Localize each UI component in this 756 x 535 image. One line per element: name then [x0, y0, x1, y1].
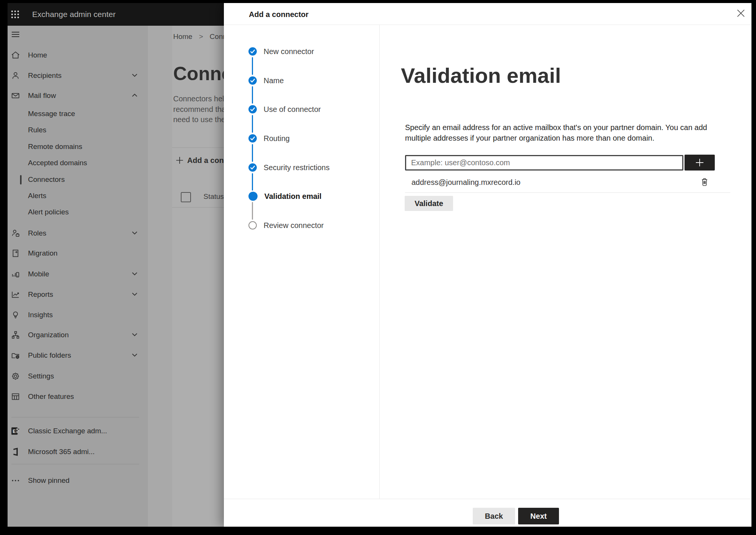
step-security-restrictions[interactable]: Security restrictions — [248, 160, 330, 175]
sidebar-item-mobile[interactable]: Mobile — [8, 267, 148, 282]
sidebar-item-rules[interactable]: Rules — [8, 123, 148, 138]
sidebar-item-label: Accepted domains — [28, 155, 87, 171]
sidebar-item-roles[interactable]: Roles — [8, 226, 148, 241]
sidebar-item-label: Rules — [28, 123, 47, 138]
sidebar-item-microsoft-365-admin[interactable]: Microsoft 365 admi... — [8, 444, 148, 459]
step-validation-email[interactable]: Validation email — [248, 189, 321, 204]
step-label: Review connector — [264, 221, 324, 230]
step-connector-line — [252, 202, 253, 220]
sidebar-item-settings[interactable]: Settings — [8, 369, 148, 384]
validate-button[interactable]: Validate — [405, 196, 453, 211]
added-email-address: address@journaling.mxrecord.io — [411, 178, 520, 187]
step-current-icon — [248, 192, 258, 201]
step-name[interactable]: Name — [248, 73, 284, 88]
add-connector-dialog: Add a connector New connector Name Use o — [224, 3, 751, 527]
sidebar-item-show-pinned[interactable]: Show pinned — [8, 473, 148, 488]
email-input[interactable] — [405, 155, 683, 171]
chevron-down-icon — [132, 292, 138, 296]
ellipsis-icon — [11, 476, 20, 485]
email-row-divider — [405, 192, 730, 193]
sidebar-item-reports[interactable]: Reports — [8, 287, 148, 302]
plus-icon — [695, 158, 705, 167]
sidebar-item-label: Connectors — [28, 172, 65, 187]
next-button[interactable]: Next — [518, 508, 559, 524]
hamburger-icon[interactable] — [11, 29, 20, 39]
app-launcher-icon[interactable] — [11, 10, 20, 19]
sidebar-item-accepted-domains[interactable]: Accepted domains — [8, 155, 148, 171]
sidebar-item-label: Other features — [28, 389, 74, 404]
step-new-connector[interactable]: New connector — [248, 44, 314, 59]
sidebar-item-label: Insights — [28, 307, 53, 323]
sidebar-item-public-folders[interactable]: Public folders — [8, 348, 148, 363]
reports-icon — [11, 290, 20, 299]
step-upcoming-icon — [248, 221, 257, 230]
dialog-header-divider — [224, 25, 751, 25]
sidebar-item-label: Remote domains — [28, 139, 82, 154]
sidebar-item-label: Microsoft 365 admi... — [28, 444, 95, 459]
step-use-of-connector[interactable]: Use of connector — [248, 102, 321, 117]
table-header-divider — [172, 207, 224, 208]
sidebar-item-label: Show pinned — [28, 473, 70, 488]
trash-icon — [700, 177, 710, 187]
sidebar-item-connectors[interactable]: Connectors — [8, 172, 148, 187]
step-completed-icon — [248, 47, 257, 56]
add-email-button[interactable] — [685, 155, 715, 171]
sidebar-item-label: Settings — [28, 369, 54, 384]
validation-email-description: Specify an email address for an active m… — [405, 123, 707, 143]
other-features-icon — [11, 392, 20, 402]
sidebar-item-message-trace[interactable]: Message trace — [8, 106, 148, 121]
step-routing[interactable]: Routing — [248, 131, 290, 146]
step-label: Validation email — [264, 192, 321, 201]
step-completed-icon — [248, 76, 257, 85]
step-review-connector[interactable]: Review connector — [248, 218, 324, 233]
status-column-header[interactable]: Status — [203, 192, 224, 201]
select-all-checkbox[interactable] — [181, 192, 191, 202]
sidebar-item-home[interactable]: Home — [8, 48, 148, 63]
settings-icon — [11, 371, 20, 381]
step-label: Security restrictions — [264, 163, 330, 172]
step-completed-icon — [248, 163, 257, 172]
sidebar-item-label: Migration — [28, 246, 57, 261]
sidebar-item-label: Public folders — [28, 348, 71, 363]
sidebar-item-label: Recipients — [28, 68, 62, 83]
step-label: Name — [264, 76, 284, 85]
delete-email-button[interactable] — [699, 175, 711, 188]
sidebar-item-migration[interactable]: Migration — [8, 246, 148, 261]
sidebar-item-insights[interactable]: Insights — [8, 307, 148, 323]
mail-icon — [11, 91, 20, 101]
sidebar-item-label: Roles — [28, 226, 47, 241]
sidebar-divider — [11, 417, 139, 417]
step-label: New connector — [264, 47, 314, 56]
close-button[interactable] — [734, 7, 747, 20]
dialog-title: Add a connector — [249, 8, 309, 20]
sidebar-divider — [11, 464, 139, 464]
svg-text:E: E — [12, 429, 16, 434]
sidebar-item-recipients[interactable]: Recipients — [8, 68, 148, 83]
breadcrumb-separator: > — [194, 33, 208, 40]
sidebar-item-classic-exchange-admin[interactable]: E Classic Exchange adm... — [8, 423, 148, 439]
intro-line: recommend tha — [173, 104, 228, 115]
chevron-down-icon — [132, 353, 138, 357]
sidebar-item-mail-flow[interactable]: Mail flow — [8, 88, 148, 103]
sidebar-item-alert-policies[interactable]: Alert policies — [8, 205, 148, 220]
dialog-footer-divider — [224, 499, 751, 499]
breadcrumb-home-link[interactable]: Home — [173, 33, 192, 40]
intro-line: need to use ther — [173, 115, 228, 125]
back-button[interactable]: Back — [473, 508, 515, 524]
sidebar-item-label: Home — [28, 48, 47, 63]
sidebar-item-other-features[interactable]: Other features — [8, 389, 148, 404]
chevron-down-icon — [132, 73, 138, 78]
step-completed-icon — [248, 134, 257, 143]
toolbar-divider — [172, 147, 224, 148]
description-line: multiple addresses if your partner organ… — [405, 133, 707, 144]
sidebar-item-organization[interactable]: Organization — [8, 327, 148, 343]
step-label: Routing — [264, 134, 290, 143]
microsoft-365-icon — [11, 447, 20, 457]
sidebar-item-remote-domains[interactable]: Remote domains — [8, 139, 148, 154]
description-line: Specify an email address for an active m… — [405, 123, 707, 133]
step-connector-line — [252, 86, 253, 104]
chevron-up-icon — [132, 93, 138, 98]
sidebar-item-label: Classic Exchange adm... — [28, 423, 107, 439]
sidebar-item-alerts[interactable]: Alerts — [8, 188, 148, 203]
sidebar-item-label: Organization — [28, 327, 69, 343]
